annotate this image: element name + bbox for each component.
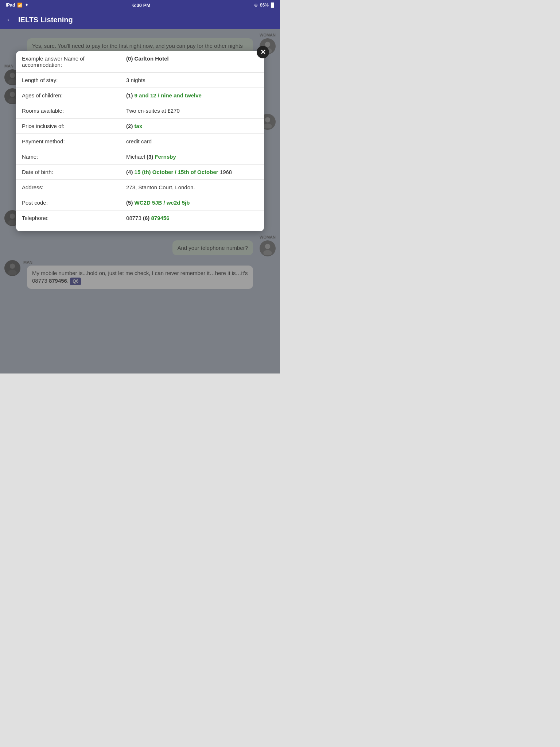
modal: ✕ Example answer Name of accommodation: …	[16, 51, 264, 231]
table-cell-value-rooms: Two en-suites at £270	[120, 103, 264, 119]
table-row-telephone: Telephone: 08773 (6) 879456	[16, 210, 264, 226]
table-row-postcode: Post code: (5) WC2D 5JB / wc2d 5jb	[16, 195, 264, 210]
q1-num: (1)	[126, 92, 135, 98]
table-cell-value-length: 3 nights	[120, 73, 264, 88]
status-left: iPad 📶 ✦	[6, 3, 28, 8]
status-time: 6:30 PM	[132, 3, 150, 8]
status-right: ⊕ 86% ▉	[254, 3, 274, 8]
q3-num: (3)	[147, 154, 155, 160]
close-icon: ✕	[260, 48, 266, 56]
table-cell-value-payment: credit card	[120, 134, 264, 149]
q5-num: (5)	[126, 200, 135, 206]
table-cell-label-postcode: Post code:	[16, 195, 120, 210]
header: ← IELTS Listening	[0, 10, 280, 29]
table-cell-value-example: (0) Carlton Hotel	[120, 51, 264, 73]
table-row-ages: Ages of children: (1) 9 and 12 / nine an…	[16, 88, 264, 103]
battery-icon: ▉	[271, 3, 274, 8]
table-cell-label-ages: Ages of children:	[16, 88, 120, 103]
table-cell-value-postcode: (5) WC2D 5JB / wc2d 5jb	[120, 195, 264, 210]
status-bar: iPad 📶 ✦ 6:30 PM ⊕ 86% ▉	[0, 0, 280, 10]
table-row-example: Example answer Name of accommodation: (0…	[16, 51, 264, 73]
modal-overlay: ✕ Example answer Name of accommodation: …	[0, 29, 280, 374]
q5-answer: WC2D 5JB / wc2d 5jb	[135, 200, 190, 206]
example-answer-bold: (0) Carlton Hotel	[126, 55, 169, 62]
table-cell-value-address: 273, Stanton Court, London.	[120, 180, 264, 195]
table-cell-label-name: Name:	[16, 149, 120, 165]
q3-answer: Fernsby	[155, 154, 176, 160]
table-row-price: Price inclusive of: (2) tax	[16, 119, 264, 134]
signal-icon: ✦	[25, 3, 28, 8]
table-row-name: Name: Michael (3) Fernsby	[16, 149, 264, 165]
table-cell-label-dob: Date of birth:	[16, 165, 120, 180]
table-cell-value-dob: (4) 15 (th) October / 15th of October 19…	[120, 165, 264, 180]
table-cell-label-payment: Payment method:	[16, 134, 120, 149]
q2-answer: tax	[135, 123, 143, 129]
battery-label: 86%	[260, 3, 269, 8]
table-cell-label-address: Address:	[16, 180, 120, 195]
q4-answer: 15 (th) October / 15th of October	[135, 169, 218, 175]
answer-table: Example answer Name of accommodation: (0…	[16, 51, 264, 225]
table-cell-value-telephone: 08773 (6) 879456	[120, 210, 264, 226]
chat-area: WOMAN Yes, sure. You'll need to pay for …	[0, 29, 280, 374]
table-row-payment: Payment method: credit card	[16, 134, 264, 149]
q1-answer: 9 and 12 / nine and twelve	[135, 92, 202, 98]
table-cell-label-telephone: Telephone:	[16, 210, 120, 226]
table-cell-label-rooms: Rooms available:	[16, 103, 120, 119]
table-cell-label-length: Length of stay:	[16, 73, 120, 88]
table-cell-value-price: (2) tax	[120, 119, 264, 134]
table-row-length: Length of stay: 3 nights	[16, 73, 264, 88]
page-title: IELTS Listening	[18, 16, 73, 24]
q2-num: (2)	[126, 123, 135, 129]
table-cell-label-example: Example answer Name of accommodation:	[16, 51, 120, 73]
table-row-address: Address: 273, Stanton Court, London.	[16, 180, 264, 195]
q6-num: (6)	[143, 215, 151, 221]
device-label: iPad	[6, 3, 15, 8]
table-row-dob: Date of birth: (4) 15 (th) October / 15t…	[16, 165, 264, 180]
modal-close-button[interactable]: ✕	[257, 46, 269, 58]
table-cell-label-price: Price inclusive of:	[16, 119, 120, 134]
table-cell-value-ages: (1) 9 and 12 / nine and twelve	[120, 88, 264, 103]
table-row-rooms: Rooms available: Two en-suites at £270	[16, 103, 264, 119]
rotation-icon: ⊕	[254, 3, 258, 8]
wifi-icon: 📶	[17, 3, 23, 8]
back-button[interactable]: ←	[6, 15, 14, 24]
q4-num: (4)	[126, 169, 135, 175]
q6-answer: 879456	[151, 215, 169, 221]
table-cell-value-name: Michael (3) Fernsby	[120, 149, 264, 165]
